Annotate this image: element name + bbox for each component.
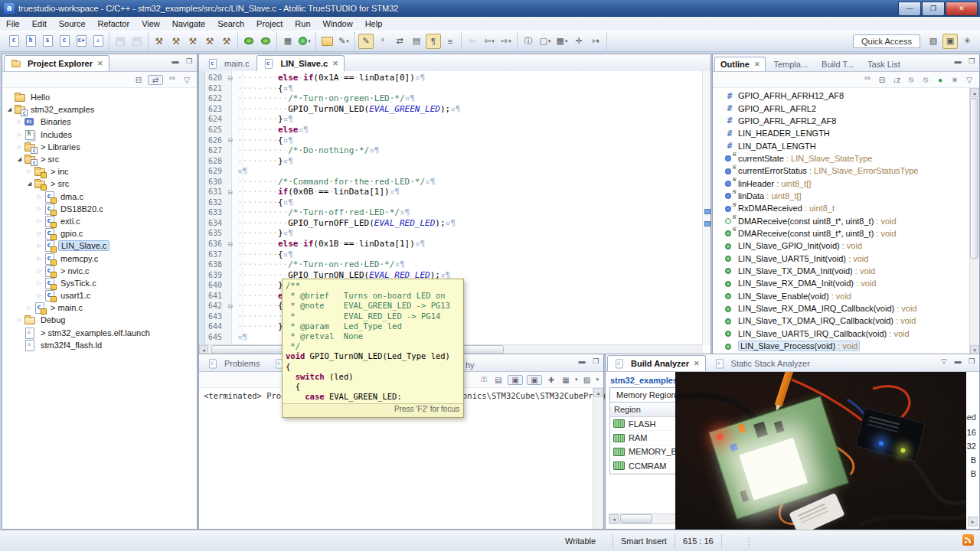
code-line-626[interactable]: 626⊖········{¤¶ — [199, 135, 703, 145]
stop-build-icon[interactable]: ⚒ — [185, 34, 201, 49]
code-line-632[interactable]: 632········{¤¶ — [199, 197, 703, 208]
overview-ruler[interactable] — [702, 71, 710, 345]
tree-item-hello[interactable]: Hello — [2, 91, 197, 103]
tab-project-explorer[interactable]: Project Explorer ✕ — [4, 55, 109, 71]
new-cpp-source-icon[interactable]: c+ — [74, 34, 89, 49]
occurrence-marker[interactable] — [704, 209, 710, 214]
display-console-icon[interactable]: ▦ — [560, 376, 571, 384]
menu-window[interactable]: Window — [317, 18, 359, 29]
expander-icon[interactable]: ▷ — [15, 132, 24, 138]
close-icon[interactable]: ✕ — [97, 60, 103, 67]
menu-navigate[interactable]: Navigate — [166, 18, 211, 29]
collapse-all-icon[interactable]: ⊟ — [877, 76, 887, 84]
quick-access-button[interactable]: Quick Access — [853, 34, 920, 48]
outline-item-lindata[interactable]: SlinData : uint8_t[] — [713, 190, 970, 202]
outline-item-lin-slave-rx-dma-init-void-[interactable]: LIN_Slave_RX_DMA_Init(void) : void — [713, 277, 970, 289]
expander-icon[interactable]: ▷ — [35, 243, 44, 249]
expander-icon[interactable]: ▷ — [35, 268, 44, 274]
fold-collapse-icon[interactable]: ⊖ — [225, 240, 235, 248]
open-perspective-icon[interactable]: ▢▾ — [537, 34, 553, 49]
expander-icon[interactable]: ▷ — [15, 317, 24, 323]
maximize-view-icon[interactable]: ❒ — [590, 357, 601, 365]
code-line-634[interactable]: 634··········GPIO_TurnOFF_LED(EVAL_RED_L… — [199, 218, 703, 229]
minimize-view-icon[interactable]: ▬ — [170, 57, 181, 65]
info-icon[interactable]: ⓘ — [521, 34, 536, 49]
search-icon[interactable]: ✎▾ — [336, 34, 351, 49]
view-menu-icon[interactable]: ▽ — [964, 76, 975, 84]
outline-item-lin-slave-enable-void-[interactable]: LIN_Slave_Enable(void) : void — [713, 290, 970, 302]
menu-search[interactable]: Search — [211, 18, 250, 29]
new-c-header-icon[interactable]: h — [23, 34, 38, 49]
outline-item-lin-slave-gpio-init-void-[interactable]: LIN_Slave_GPIO_Init(void) : void — [713, 240, 970, 252]
code-line-628[interactable]: 628········}¤¶ — [199, 155, 703, 166]
tab-build-analyzer[interactable]: Build Analyzer✕ — [607, 355, 706, 371]
menu-source[interactable]: Source — [53, 18, 92, 29]
dropdown-icon[interactable]: ▾ — [346, 38, 349, 44]
view-menu-icon[interactable]: ▽ — [939, 357, 949, 365]
tree-item-exti-c[interactable]: ▷exti.c — [2, 215, 197, 227]
minimize-view-icon[interactable]: ▬ — [952, 357, 963, 365]
outline-item-lin-header-length[interactable]: #LIN_HEADER_LENGTH — [713, 127, 970, 139]
tree-item--src[interactable]: ◢C> src — [2, 153, 197, 165]
dropdown-icon[interactable]: ▾ — [575, 377, 578, 383]
outline-item-lin-slave-tx-dma-init-void-[interactable]: LIN_Slave_TX_DMA_Init(void) : void — [713, 265, 970, 277]
sort-icon[interactable]: ↓z — [891, 76, 902, 84]
outline-item-dmareceive-const-uint8-t-uint8-t-[interactable]: SDMAReceive(const uint8_t*, uint8_t) : v… — [713, 227, 970, 240]
close-icon[interactable]: ✕ — [332, 60, 338, 67]
outline-item-linheader[interactable]: SlinHeader : uint8_t[] — [713, 177, 970, 189]
dropdown-icon[interactable]: ▾ — [596, 377, 599, 383]
code-line-633[interactable]: 633··········/*·Turn·off·red·LED·*/¤¶ — [199, 207, 703, 218]
expander-icon[interactable]: ▷ — [25, 168, 34, 174]
build-settings-icon[interactable]: ⚒ — [202, 34, 217, 49]
tree-item--src[interactable]: ◢> src — [2, 178, 197, 190]
debug-icon[interactable] — [241, 34, 256, 49]
clear-console-icon[interactable]: ✚ — [546, 376, 557, 384]
code-line-630[interactable]: 630········/*·Command·for·the·red·LED·*/… — [199, 176, 703, 187]
tab-outline[interactable]: Outline✕ — [714, 57, 766, 71]
outline-item-lin-slave-process-void-[interactable]: LIN_Slave_Process(void) : void — [713, 340, 970, 352]
code-line-631[interactable]: 631⊖········if(0x0B·==·linData[1])¤¶ — [199, 187, 703, 197]
expander-icon[interactable]: ◢ — [25, 181, 34, 187]
tree-item--inc[interactable]: ▷> inc — [2, 165, 197, 178]
build-all-icon[interactable]: ⚒ — [168, 34, 184, 49]
next-annotation-icon[interactable]: ° — [375, 34, 390, 49]
expander-icon[interactable]: ▷ — [35, 280, 44, 286]
scroll-up-icon[interactable]: ▴ — [970, 88, 979, 97]
tree-item-usart1-c[interactable]: ▷usart1.c — [2, 289, 197, 302]
expander-icon[interactable]: ▷ — [35, 194, 44, 200]
collapse-all-icon[interactable]: ⊟ — [133, 76, 144, 84]
expander-icon[interactable]: ▷ — [35, 292, 44, 298]
console-scrollbar[interactable]: ▴ — [593, 388, 603, 529]
clean-icon[interactable]: ⚒ — [219, 34, 234, 49]
close-button[interactable]: ✕ — [946, 2, 978, 16]
outline-item-lin-data-length[interactable]: #LIN_DATA_LENGTH — [713, 139, 970, 152]
tree-item-stm32f4-flash-ld[interactable]: stm32f4_flash.ld — [2, 339, 197, 351]
remote-system-icon[interactable]: ▦ — [280, 34, 296, 49]
build-analyzer-hscrollbar[interactable]: ◂ — [609, 514, 678, 524]
menu-refactor[interactable]: Refactor — [92, 18, 136, 29]
code-line-620[interactable]: 620⊖········else·if(0x1A·==·linData[0])¤… — [199, 73, 703, 83]
close-icon[interactable]: ✕ — [754, 60, 760, 68]
last-edit-icon[interactable]: ⇦ — [465, 34, 480, 49]
layout-grid-icon[interactable]: ▦▾ — [554, 34, 570, 49]
scrollbar-thumb[interactable] — [970, 98, 978, 259]
tree-item-debug[interactable]: ▷Debug — [2, 314, 197, 326]
debug-config-icon[interactable] — [258, 34, 273, 49]
tree-item-binaries[interactable]: ▷Binaries — [2, 116, 197, 128]
tab-main-c[interactable]: main.c — [201, 55, 255, 71]
fold-collapse-icon[interactable]: ⊖ — [225, 188, 235, 196]
outline-item-gpio-afrh-afrh12-af8[interactable]: #GPIO_AFRH_AFRH12_AF8 — [713, 90, 970, 102]
close-icon[interactable]: ✕ — [694, 360, 700, 367]
new-asm-file-icon[interactable]: s — [40, 34, 55, 49]
tab-lin-slave-c[interactable]: LIN_Slave.c✕ — [256, 55, 344, 71]
import-file-icon[interactable]: ⇓ — [90, 34, 106, 49]
outline-item-lin-slave-uart5-irq-callback-void-[interactable]: LIN_Slave_UART5_IRQ_Callback(void) : voi… — [713, 328, 970, 340]
expander-icon[interactable]: ▷ — [25, 305, 34, 311]
tree-item--libraries[interactable]: ▷C> Libraries — [2, 141, 197, 153]
tab-problems[interactable]: Problems — [201, 355, 266, 371]
lock-console-icon[interactable]: ⚿ — [479, 375, 489, 384]
open-element-icon[interactable] — [319, 34, 335, 49]
outline-item-gpio-afrl-afrl2-af8[interactable]: #GPIO_AFRL_AFRL2_AF8 — [713, 115, 970, 127]
open-console-icon[interactable]: ▧ — [581, 376, 592, 384]
fold-collapse-icon[interactable]: ⊖ — [225, 136, 235, 144]
